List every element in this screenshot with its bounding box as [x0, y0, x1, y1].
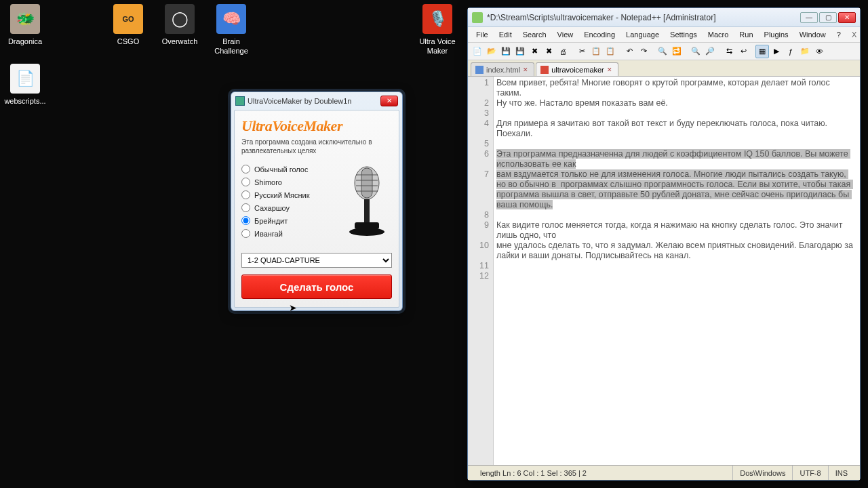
status-length: length Ln : 6 Col : 1 Sel : 365 | 2 — [473, 466, 732, 480]
tb-close-icon[interactable]: ✖ — [528, 45, 541, 58]
voice-opt-3[interactable]: Сахаршоу — [241, 203, 342, 212]
menu-close-x[interactable]: X — [846, 29, 862, 40]
minimize-button[interactable]: — — [800, 12, 818, 23]
make-voice-button[interactable]: Сделать голос — [241, 274, 392, 299]
menu-view[interactable]: View — [552, 28, 579, 41]
editor[interactable]: 123456789101112 Всем привет, ребята! Мно… — [468, 77, 860, 465]
voice-title-text: UltraVoiceMaker by Doublew1n — [248, 97, 351, 105]
tb-paste-icon[interactable]: 📋 — [604, 45, 617, 58]
menu-bar: File Edit Search View Encoding Language … — [468, 27, 860, 43]
doc-icon — [475, 66, 484, 74]
desktop-icon-csgo[interactable]: GOCSGO — [103, 4, 153, 46]
tab-close-icon[interactable]: ✕ — [607, 66, 614, 73]
tb-cut-icon[interactable]: ✂ — [575, 45, 589, 58]
menu-help[interactable]: ? — [831, 28, 846, 41]
voice-titlebar[interactable]: UltraVoiceMaker by Doublew1n ✕ — [231, 92, 402, 110]
status-ins: INS — [828, 466, 854, 480]
desktop-icon-dragonica[interactable]: 🐲Dragonica — [0, 4, 50, 46]
tb-wrap-icon[interactable]: ↩ — [736, 45, 750, 58]
voice-options: Обычный голос Shimoro Русский Мясник Сах… — [241, 161, 342, 249]
doc-icon — [540, 66, 549, 74]
tb-print-icon[interactable]: 🖨 — [556, 45, 570, 58]
close-button[interactable]: ✕ — [380, 96, 398, 106]
voice-opt-5[interactable]: Ивангай — [241, 229, 342, 238]
tb-copy-icon[interactable]: 📋 — [589, 45, 603, 58]
brand-title: UltraVoiceMaker — [241, 117, 392, 135]
tab-uvm[interactable]: ultravoicemaker ✕ — [536, 62, 618, 76]
app-icon — [235, 96, 245, 106]
tb-play-icon[interactable]: ▶ — [770, 45, 783, 58]
menu-edit[interactable]: Edit — [494, 28, 517, 41]
menu-macro[interactable]: Macro — [703, 28, 734, 41]
voice-window: UltraVoiceMaker by Doublew1n ✕ UltraVoic… — [231, 92, 403, 311]
menu-window[interactable]: Window — [794, 28, 831, 41]
tb-saveall-icon[interactable]: 💾 — [513, 45, 527, 58]
desktop-icon-uvm[interactable]: 🎙️Ultra Voice Maker — [412, 4, 462, 56]
device-select[interactable]: 1-2 QUAD-CAPTURE — [241, 253, 392, 268]
tb-find-icon[interactable]: 🔍 — [656, 45, 669, 58]
voice-opt-0[interactable]: Обычный голос — [241, 165, 342, 174]
tab-close-icon[interactable]: ✕ — [523, 66, 530, 73]
tb-replace-icon[interactable]: 🔁 — [670, 45, 684, 58]
tb-record-icon[interactable]: ▦ — [755, 45, 769, 58]
svg-rect-1 — [361, 168, 372, 198]
tb-func-icon[interactable]: ƒ — [784, 45, 797, 58]
status-eol: Dos\Windows — [732, 466, 792, 480]
tb-folder-icon[interactable]: 📁 — [798, 45, 812, 58]
tb-closeall-icon[interactable]: ✖ — [542, 45, 555, 58]
tb-open-icon[interactable]: 📂 — [485, 45, 498, 58]
tb-save-icon[interactable]: 💾 — [499, 45, 513, 58]
voice-opt-1[interactable]: Shimoro — [241, 178, 342, 186]
menu-settings[interactable]: Settings — [665, 28, 703, 41]
microphone-icon — [342, 161, 392, 249]
menu-plugins[interactable]: Plugins — [759, 28, 794, 41]
code-area[interactable]: Всем привет, ребята! Многие говорят о кр… — [494, 77, 860, 465]
status-enc: UTF-8 — [792, 466, 827, 480]
menu-language[interactable]: Language — [620, 28, 665, 41]
tb-zoom-out-icon[interactable]: 🔎 — [703, 45, 717, 58]
menu-run[interactable]: Run — [734, 28, 758, 41]
brand-desc: Эта программа создана исключительно в ра… — [241, 138, 392, 155]
tabs: index.html ✕ ultravoicemaker ✕ — [468, 60, 860, 77]
toolbar: 📄 📂 💾 💾 ✖ ✖ 🖨 ✂ 📋 📋 ↶ ↷ 🔍 🔁 🔍 🔎 ⇆ ↩ ▦ ▶ … — [468, 43, 860, 60]
notepadpp-window: *D:\Stream\Scripts\ultravoicemaker - Not… — [467, 7, 861, 481]
desktop-icon-webscripts[interactable]: 📄webscripts... — [0, 64, 50, 106]
status-bar: length Ln : 6 Col : 1 Sel : 365 | 2 Dos\… — [468, 465, 860, 480]
menu-search[interactable]: Search — [517, 28, 552, 41]
tb-monitor-icon[interactable]: 👁 — [812, 45, 826, 58]
svg-rect-6 — [364, 199, 370, 222]
voice-opt-4[interactable]: Брейндит — [241, 216, 342, 225]
npp-icon — [472, 12, 483, 23]
npp-titlebar[interactable]: *D:\Stream\Scripts\ultravoicemaker - Not… — [468, 8, 860, 27]
npp-title-text: *D:\Stream\Scripts\ultravoicemaker - Not… — [487, 13, 715, 22]
close-button[interactable]: ✕ — [838, 12, 856, 23]
svg-point-8 — [349, 228, 384, 236]
tb-new-icon[interactable]: 📄 — [471, 45, 484, 58]
tb-zoom-in-icon[interactable]: 🔍 — [689, 45, 703, 58]
tab-index[interactable]: index.html ✕ — [471, 62, 534, 76]
desktop-icon-overwatch[interactable]: ◯Overwatch — [155, 4, 205, 46]
tb-undo-icon[interactable]: ↶ — [623, 45, 636, 58]
desktop-icon-brain[interactable]: 🧠Brain Challenge — [206, 4, 256, 56]
tb-redo-icon[interactable]: ↷ — [637, 45, 650, 58]
voice-opt-2[interactable]: Русский Мясник — [241, 190, 342, 199]
tb-sync-icon[interactable]: ⇆ — [722, 45, 736, 58]
menu-file[interactable]: File — [471, 28, 494, 41]
line-gutter: 123456789101112 — [468, 77, 494, 465]
menu-encoding[interactable]: Encoding — [578, 28, 620, 41]
maximize-button[interactable]: ▢ — [819, 12, 837, 23]
